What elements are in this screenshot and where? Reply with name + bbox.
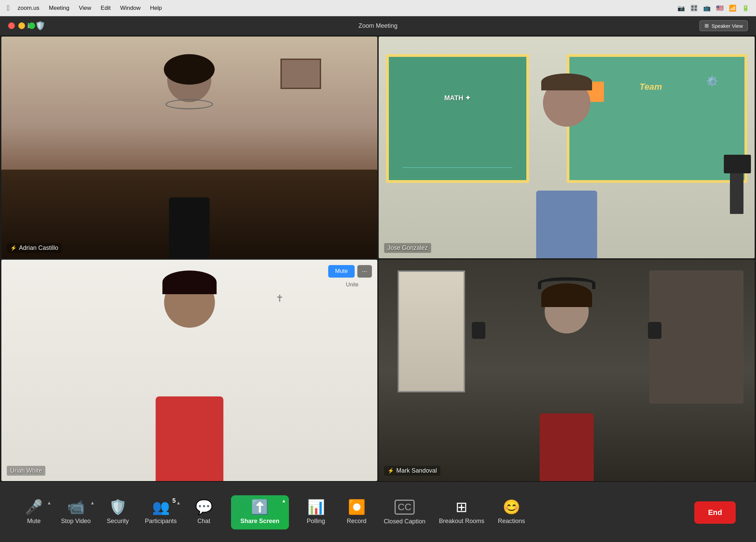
participant-name-adrian: ⚡ Adrian Castillo <box>7 243 62 253</box>
speaker-view-button[interactable]: ⊞ Speaker View <box>699 20 748 31</box>
participants-arrow-icon[interactable]: ▲ <box>176 500 181 505</box>
toolbar-item-stop-video[interactable]: 📹 Stop Video ▲ <box>61 500 91 525</box>
chat-icon: 💬 <box>195 500 213 514</box>
polling-icon: 📊 <box>307 500 325 514</box>
reactions-icon: 😊 <box>503 500 520 514</box>
wifi-sys-icon: 📶 <box>729 4 736 12</box>
body-uriah <box>155 396 223 481</box>
menu-zoom[interactable]: zoom.us <box>18 5 39 12</box>
participant-name-mark: ⚡ Mark Sandoval <box>384 466 440 476</box>
person-uriah <box>58 270 321 481</box>
menu-edit[interactable]: Edit <box>101 5 110 12</box>
camera-sys-icon: 📷 <box>677 4 685 12</box>
stop-video-label: Stop Video <box>61 518 91 525</box>
share-screen-arrow-icon[interactable]: ▲ <box>281 498 286 503</box>
video-bg-uriah: ✝ Unite <box>1 260 377 481</box>
chat-label: Chat <box>197 518 210 525</box>
wall-picture <box>280 59 321 89</box>
hair-uriah <box>162 270 216 294</box>
person-silhouette-adrian <box>86 54 293 258</box>
cell-controls-uriah: Mute ··· <box>328 265 372 278</box>
video-cell-uriah: ✝ Unite Mute ··· Uriah White <box>1 260 377 481</box>
participants-count: 5 <box>172 497 176 504</box>
cc-icon: CC <box>395 500 414 515</box>
speaker-view-label: Speaker View <box>712 23 743 29</box>
toolbar-item-mute[interactable]: 🎤 Mute ▲ <box>20 500 47 525</box>
minimize-button[interactable] <box>18 22 25 29</box>
person-jose <box>454 70 679 258</box>
menu-window[interactable]: Window <box>120 5 141 12</box>
share-screen-icon: ⬆️ <box>251 500 269 514</box>
toolbar-item-participants[interactable]: 👥 5 Participants ▲ <box>145 500 177 525</box>
participant-name-jose: Jose Gonzalez <box>384 243 431 253</box>
security-shield-icon[interactable]: 🛡️ <box>35 21 45 30</box>
glasses <box>166 99 213 109</box>
toolbar-item-chat[interactable]: 💬 Chat <box>190 500 217 525</box>
audio-sys-icon: 🎛️ <box>690 4 698 12</box>
close-button[interactable] <box>8 22 15 29</box>
body-jose <box>536 191 597 258</box>
window-title: Zoom Meeting <box>358 22 397 29</box>
toolbar-items: 🎤 Mute ▲ 📹 Stop Video ▲ 🛡️ Security 👥 5 … <box>20 495 694 529</box>
toolbar-item-security[interactable]: 🛡️ Security <box>104 500 131 525</box>
menu-view[interactable]: View <box>79 5 91 12</box>
toolbar-item-reactions[interactable]: 😊 Reactions <box>498 500 525 525</box>
title-bar: ℹ 🛡️ Zoom Meeting ⊞ Speaker View <box>0 16 756 35</box>
mute-icon-mark: ⚡ <box>387 468 394 474</box>
reactions-label: Reactions <box>498 518 525 525</box>
hair-jose <box>541 73 592 90</box>
headphone-right <box>648 322 662 339</box>
video-grid: ⚡ Adrian Castillo MATH ✦ Team ⚙️ <box>0 35 756 482</box>
headphone-left <box>472 322 485 339</box>
polling-label: Polling <box>307 518 325 525</box>
body-mark <box>540 413 594 481</box>
mic-icon: 🎤 <box>25 500 43 514</box>
flag-sys-icon: 🇺🇸 <box>716 4 723 12</box>
participants-label: Participants <box>145 518 177 525</box>
record-icon: ⏺️ <box>348 500 365 514</box>
info-icons: ℹ 🛡️ <box>27 21 45 30</box>
breakout-rooms-icon: ⊞ <box>456 500 467 514</box>
body <box>169 197 210 258</box>
toolbar: 🎤 Mute ▲ 📹 Stop Video ▲ 🛡️ Security 👥 5 … <box>0 482 756 542</box>
info-icon[interactable]: ℹ <box>27 22 30 30</box>
record-label: Record <box>347 518 366 525</box>
battery-sys-icon: 🔋 <box>742 4 749 12</box>
mute-icon-adrian: ⚡ <box>10 245 17 251</box>
menu-items: zoom.us Meeting View Edit Window Help <box>18 5 162 12</box>
participant-name-uriah: Uriah White <box>7 466 45 476</box>
more-button-uriah[interactable]: ··· <box>357 265 372 278</box>
video-bg-mark <box>379 260 755 481</box>
toolbar-item-polling[interactable]: 📊 Polling <box>302 500 330 525</box>
mute-button-uriah[interactable]: Mute <box>328 265 355 278</box>
gear-decoration: ⚙️ <box>706 75 718 87</box>
video-bg-adrian <box>1 37 377 258</box>
share-screen-label: Share Screen <box>240 518 279 525</box>
toolbar-item-closed-caption[interactable]: CC Closed Caption <box>384 500 425 525</box>
end-button[interactable]: End <box>694 501 736 524</box>
video-bg-jose: MATH ✦ Team ⚙️ <box>379 37 755 258</box>
toolbar-item-breakout-rooms[interactable]: ⊞ Breakout Rooms <box>439 500 484 525</box>
toolbar-item-record[interactable]: ⏺️ Record <box>343 500 370 525</box>
participants-icon: 👥 <box>152 499 170 515</box>
closed-caption-label: Closed Caption <box>384 518 425 525</box>
menu-meeting[interactable]: Meeting <box>49 5 69 12</box>
menu-help[interactable]: Help <box>150 5 162 12</box>
system-icons: 📷 🎛️ 📺 🇺🇸 📶 🔋 <box>677 0 749 16</box>
security-label: Security <box>107 518 129 525</box>
person-mark <box>454 277 679 481</box>
video-arrow-icon[interactable]: ▲ <box>90 500 95 505</box>
breakout-rooms-label: Breakout Rooms <box>439 518 484 525</box>
headphones-band <box>538 277 595 289</box>
toolbar-item-share-screen[interactable]: ⬆️ Share Screen ▲ <box>231 495 289 529</box>
camera <box>724 155 751 173</box>
video-cell-jose: MATH ✦ Team ⚙️ Jose Gonzalez <box>379 37 755 258</box>
mute-arrow-icon[interactable]: ▲ <box>47 500 51 505</box>
video-icon: 📹 <box>67 500 85 514</box>
video-cell-mark: ⚡ Mark Sandoval <box>379 260 755 481</box>
tripod <box>730 173 743 214</box>
airplay-sys-icon: 📺 <box>703 4 711 12</box>
menu-bar:  zoom.us Meeting View Edit Window Help … <box>0 0 756 16</box>
video-cell-adrian: ⚡ Adrian Castillo <box>1 37 377 258</box>
apple-logo-icon:  <box>7 4 9 13</box>
